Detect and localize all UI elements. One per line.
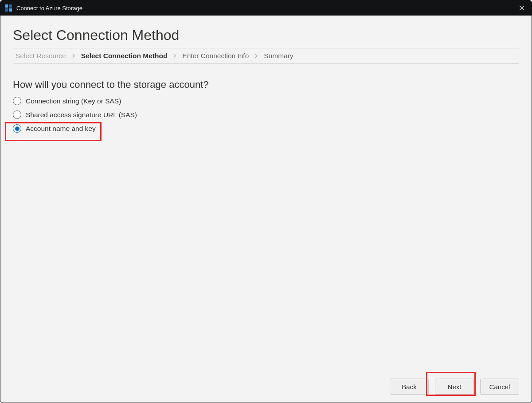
titlebar: Connect to Azure Storage — [0, 0, 532, 16]
option-label: Account name and key — [26, 125, 96, 133]
breadcrumb-step-enter-connection-info[interactable]: Enter Connection Info — [180, 52, 251, 60]
back-button[interactable]: Back — [390, 379, 429, 395]
chevron-right-icon — [253, 54, 259, 58]
option-label: Shared access signature URL (SAS) — [26, 111, 137, 119]
close-button[interactable] — [516, 3, 527, 13]
page-title: Select Connection Method — [13, 27, 519, 43]
dialog-footer: Back Next Cancel — [13, 375, 519, 395]
svg-rect-3 — [9, 8, 12, 12]
svg-rect-2 — [5, 8, 8, 12]
radio-icon — [13, 111, 21, 119]
radio-icon — [13, 124, 21, 133]
question-heading: How will you connect to the storage acco… — [13, 79, 519, 91]
chevron-right-icon — [70, 54, 77, 58]
window-title: Connect to Azure Storage — [16, 5, 82, 12]
breadcrumb: Select Resource Select Connection Method… — [13, 48, 519, 64]
svg-rect-1 — [9, 4, 12, 8]
option-account-name-and-key[interactable]: Account name and key — [13, 124, 98, 133]
radio-icon — [13, 97, 21, 105]
connection-method-radio-group: Connection string (Key or SAS) Shared ac… — [13, 97, 519, 133]
breadcrumb-step-select-connection-method[interactable]: Select Connection Method — [78, 52, 170, 60]
breadcrumb-step-select-resource[interactable]: Select Resource — [13, 52, 69, 60]
option-label: Connection string (Key or SAS) — [26, 97, 121, 105]
svg-rect-0 — [5, 4, 8, 8]
option-connection-string[interactable]: Connection string (Key or SAS) — [13, 97, 123, 105]
close-icon — [519, 5, 524, 11]
app-icon — [5, 4, 12, 12]
dialog-window: Connect to Azure Storage Select Connecti… — [0, 0, 532, 403]
option-sas-url[interactable]: Shared access signature URL (SAS) — [13, 111, 139, 119]
breadcrumb-step-summary[interactable]: Summary — [261, 52, 296, 60]
chevron-right-icon — [172, 54, 178, 58]
cancel-button[interactable]: Cancel — [480, 379, 519, 395]
dialog-content: Select Connection Method Select Resource… — [0, 16, 532, 403]
next-button[interactable]: Next — [435, 379, 474, 395]
